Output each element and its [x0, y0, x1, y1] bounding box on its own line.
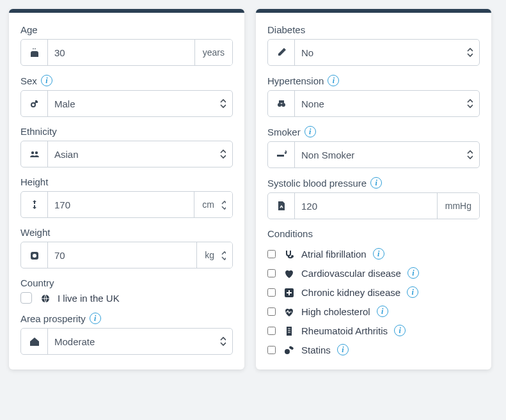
- area-select[interactable]: Moderate: [48, 329, 232, 354]
- globe-icon: [38, 292, 51, 304]
- condition-label: High cholesterol: [301, 306, 370, 317]
- hypertension-label: Hypertension: [267, 75, 324, 86]
- field-ethnicity: Ethnicity Asian: [20, 126, 233, 167]
- heartbeat-icon: [282, 306, 295, 317]
- hypertension-select[interactable]: None: [295, 91, 479, 116]
- diabetes-select[interactable]: No: [295, 40, 479, 65]
- condition-checkbox[interactable]: [267, 327, 276, 335]
- field-country: Country I live in the UK: [20, 277, 233, 304]
- form-columns: Age years Sex i Male: [9, 9, 497, 369]
- condition-checkbox[interactable]: [267, 288, 276, 297]
- weight-unit-select[interactable]: kg: [196, 242, 232, 268]
- diabetes-label: Diabetes: [267, 24, 305, 35]
- syringe-icon: [268, 40, 295, 65]
- info-icon[interactable]: i: [304, 126, 316, 137]
- pills-icon: [282, 344, 295, 355]
- info-icon[interactable]: i: [394, 325, 406, 336]
- field-height: Height cm: [20, 176, 233, 218]
- info-icon[interactable]: i: [373, 248, 384, 260]
- condition-checkbox[interactable]: [267, 269, 276, 277]
- scale-icon: [21, 242, 48, 268]
- age-input[interactable]: [48, 40, 194, 65]
- sbp-unit: mmHg: [437, 193, 479, 219]
- info-icon[interactable]: i: [328, 75, 339, 86]
- heart-icon: [282, 267, 295, 279]
- field-sex: Sex i Male: [20, 75, 233, 117]
- condition-row: Statins i: [267, 344, 480, 355]
- info-icon[interactable]: i: [90, 313, 101, 324]
- field-diabetes: Diabetes No: [267, 24, 480, 66]
- condition-label: Atrial fibrillation: [301, 249, 367, 260]
- cake-icon: [21, 40, 48, 65]
- clinic-icon: [282, 286, 295, 298]
- ethnicity-label: Ethnicity: [20, 126, 57, 137]
- condition-row: Chronic kidney disease i: [267, 286, 480, 298]
- ethnicity-select[interactable]: Asian: [48, 141, 232, 167]
- field-sbp: Systolic blood pressure i mmHg: [267, 177, 480, 219]
- sex-select[interactable]: Male: [48, 91, 232, 116]
- stethoscope-icon: [282, 248, 295, 260]
- info-icon[interactable]: i: [41, 75, 52, 86]
- info-icon[interactable]: i: [370, 177, 382, 189]
- sex-icon: [21, 91, 48, 116]
- left-card: Age years Sex i Male: [9, 9, 244, 369]
- sbp-label: Systolic blood pressure: [267, 178, 367, 189]
- field-age: Age years: [20, 24, 233, 66]
- arrows-vertical-icon: [21, 192, 48, 217]
- sbp-input[interactable]: [295, 193, 437, 219]
- xray-icon: [282, 325, 295, 336]
- info-icon[interactable]: i: [407, 267, 419, 279]
- info-icon[interactable]: i: [337, 344, 349, 355]
- sex-label: Sex: [20, 75, 37, 86]
- right-card: Diabetes No Hypertension i N: [256, 9, 491, 369]
- height-label: Height: [20, 176, 48, 187]
- uk-label: I live in the UK: [58, 293, 120, 304]
- field-weight: Weight kg: [20, 227, 233, 268]
- smoker-select[interactable]: Non Smoker: [295, 142, 479, 167]
- weight-label: Weight: [20, 227, 50, 238]
- country-label: Country: [20, 277, 54, 288]
- condition-checkbox[interactable]: [267, 250, 276, 258]
- info-icon[interactable]: i: [377, 306, 388, 317]
- field-hypertension: Hypertension i None: [267, 75, 480, 117]
- condition-row: Atrial fibrillation i: [267, 248, 480, 260]
- binoculars-icon: [268, 91, 295, 116]
- condition-row: High cholesterol i: [267, 306, 480, 317]
- condition-checkbox[interactable]: [267, 307, 276, 316]
- condition-label: Cardiovascular disease: [301, 268, 401, 279]
- height-input[interactable]: [48, 192, 194, 217]
- age-label: Age: [20, 24, 38, 35]
- smoker-label: Smoker: [267, 127, 301, 137]
- weight-input[interactable]: [48, 242, 196, 268]
- smoking-icon: [268, 142, 295, 167]
- conditions-list: Atrial fibrillation i Cardiovascular dis…: [267, 248, 480, 355]
- conditions-label: Conditions: [267, 228, 313, 239]
- area-label: Area prosperity: [20, 313, 86, 324]
- field-area: Area prosperity i Moderate: [20, 313, 233, 355]
- condition-row: Rheumatoid Arthritis i: [267, 325, 480, 336]
- chart-file-icon: [268, 193, 295, 219]
- height-unit-select[interactable]: cm: [194, 192, 232, 217]
- condition-checkbox[interactable]: [267, 346, 276, 354]
- condition-label: Statins: [301, 345, 331, 355]
- condition-label: Rheumatoid Arthritis: [301, 325, 388, 336]
- home-icon: [21, 329, 48, 354]
- field-conditions: Conditions Atrial fibrillation i Cardiov…: [267, 228, 480, 355]
- condition-row: Cardiovascular disease i: [267, 267, 480, 279]
- uk-checkbox[interactable]: [20, 292, 32, 304]
- field-smoker: Smoker i Non Smoker: [267, 126, 480, 168]
- condition-label: Chronic kidney disease: [301, 287, 400, 298]
- users-icon: [21, 141, 48, 167]
- info-icon[interactable]: i: [407, 286, 418, 298]
- age-unit: years: [194, 40, 232, 65]
